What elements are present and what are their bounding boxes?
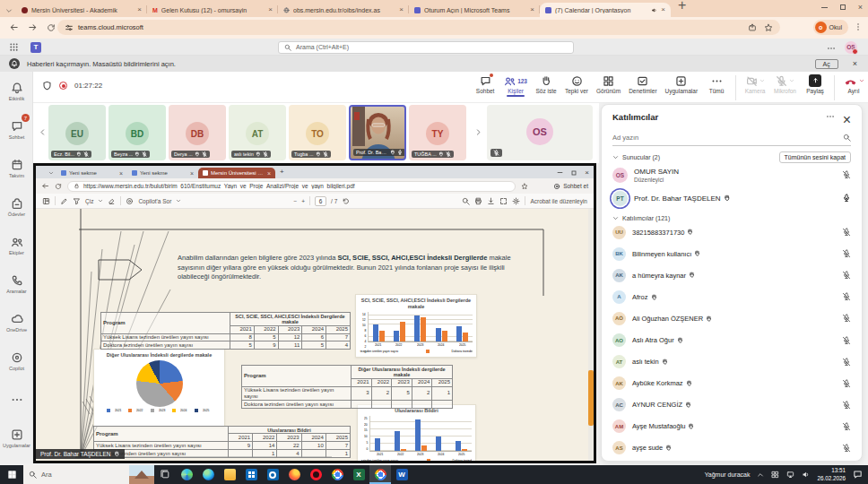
taskbar-clock[interactable]: 13:51 26.02.2026 [817, 467, 846, 481]
draw-funnel-icon[interactable] [73, 197, 81, 205]
taskbar-app-excel[interactable]: X [348, 465, 369, 484]
attendee-row[interactable]: ASayşe sude [602, 437, 862, 459]
pdf-scrollbar[interactable] [588, 209, 594, 461]
mic-off-icon[interactable] [842, 401, 851, 410]
taskbar-search-input[interactable]: Ara [23, 465, 154, 484]
eraser-icon[interactable] [108, 197, 116, 205]
browser-tab[interactable]: MGelen Kutusu (12) - omursayin× [147, 3, 278, 17]
tab-close-icon[interactable]: × [119, 170, 123, 177]
reload-icon[interactable] [55, 183, 62, 190]
sidebar-item-onedrive[interactable]: OneDrive [0, 303, 33, 341]
teams-search-input[interactable]: Arama (Ctrl+Alt+E) [278, 41, 574, 54]
toolbar-sohbet-button[interactable]: Sohbet [474, 74, 496, 94]
chevron-down-icon[interactable] [48, 170, 54, 176]
video-tile[interactable]: ATaslı tekin [229, 105, 286, 160]
draw-label[interactable]: Çiz [85, 198, 93, 204]
panel-more-icon[interactable] [826, 112, 835, 121]
presenter-row[interactable]: OSOMUR SAYINDüzenleyici [602, 163, 862, 186]
chevron-down-icon[interactable] [176, 198, 181, 203]
taskbar-app-firefox[interactable] [283, 465, 305, 484]
download-icon[interactable] [487, 197, 495, 205]
attendee-row[interactable]: BKBilinmeyen kullanıcı [602, 243, 862, 264]
pen-icon[interactable] [60, 197, 68, 205]
teams-more-icon[interactable] [827, 44, 836, 53]
task-view-button[interactable] [154, 465, 176, 484]
tab-search-chevron-icon[interactable] [5, 7, 13, 14]
sidebar-item-copilot[interactable]: Copilot [0, 341, 33, 380]
video-tile[interactable]: EUEcz. Bil... [48, 105, 106, 160]
expand-icon[interactable] [499, 197, 508, 205]
video-tile[interactable]: DBDerya ... [169, 105, 226, 160]
shared-browser-tab[interactable]: Yeni sekme× [127, 168, 198, 178]
rotate-icon[interactable] [342, 197, 350, 205]
mic-off-icon[interactable] [842, 271, 851, 280]
tab-close-icon[interactable]: × [137, 6, 142, 13]
browser-tab[interactable]: Oturum Açın | Microsoft Teams× [409, 3, 540, 17]
taskbar-app-edge[interactable] [197, 465, 219, 484]
sidebar-item-ödevler[interactable]: Ödevler [0, 187, 33, 226]
forward-icon[interactable] [28, 22, 38, 32]
sidebar-item-more[interactable] [0, 380, 33, 419]
mic-button[interactable]: Mikrofon [774, 74, 796, 94]
sidebar-item-etkinlik[interactable]: Etkinlik [0, 72, 33, 110]
reload-icon[interactable] [47, 23, 56, 32]
back-icon[interactable] [41, 182, 49, 190]
zoom-out-icon[interactable]: − [293, 198, 297, 204]
browser-tab[interactable]: Mersin Üniversitesi - Akademik× [16, 3, 147, 17]
mic-off-icon[interactable] [842, 228, 851, 237]
taskbar-app-chrome[interactable] [326, 465, 348, 484]
browser-menu-icon[interactable] [854, 22, 863, 31]
share-button[interactable]: Paylaş [804, 74, 826, 94]
taskbar-app-edge-beta[interactable] [176, 465, 197, 484]
zoom-in-icon[interactable]: + [301, 198, 305, 204]
toolbar-görünüm-button[interactable]: Görünüm [596, 74, 621, 94]
taskbar-app-chrome[interactable] [369, 465, 391, 484]
mic-off-icon[interactable] [842, 249, 851, 258]
video-tile-active-speaker[interactable]: Prof. Dr. Bah... [349, 105, 406, 160]
attendee-row[interactable]: AKAybüke Korkmaz [602, 373, 862, 394]
taskbar-app-file-explorer[interactable] [219, 465, 240, 484]
edit-in-acrobat-button[interactable]: Acrobat ile düzenleyin [530, 198, 587, 204]
notification-center-icon[interactable] [853, 470, 863, 480]
self-video-tile[interactable]: OS [487, 105, 593, 160]
taskbar-app-outlook[interactable] [262, 465, 283, 484]
tray-volume-icon[interactable] [802, 471, 810, 479]
toolbar-kişiler-button[interactable]: 123Kişiler [504, 74, 527, 94]
attendee-row[interactable]: ATaslı tekin [602, 351, 862, 373]
chevron-down-icon[interactable] [98, 198, 103, 203]
back-icon[interactable] [9, 22, 19, 32]
browser-tab[interactable]: (7) Calendar | Oryantasyon× [540, 3, 671, 17]
new-tab-button[interactable]: + [280, 168, 284, 176]
video-tile[interactable]: BDBeyza ... [108, 105, 166, 160]
toolbar-tümü-button[interactable]: Tümü [706, 74, 727, 94]
search-icon[interactable] [462, 197, 470, 205]
sidebar-item-uygulamalar[interactable]: Uygulamalar [0, 419, 33, 457]
scroll-right-icon[interactable] [474, 128, 482, 136]
attendee-row[interactable]: AMAyşe Mustafaoğlu [602, 416, 862, 437]
browser-tab[interactable]: obs.mersin.edu.tr/oibs/index.as× [278, 3, 409, 17]
bookmark-star-icon[interactable] [764, 23, 773, 32]
teams-avatar[interactable]: OS [845, 41, 857, 54]
taskbar-app-word[interactable]: W [391, 465, 412, 484]
ask-copilot-label[interactable]: Copilot'a Sor [138, 198, 171, 204]
mic-icon[interactable] [842, 194, 851, 203]
new-tab-button[interactable]: + [678, 0, 686, 13]
page-number-input[interactable]: 6 [315, 196, 326, 206]
tab-close-icon[interactable]: × [530, 6, 534, 13]
print-icon[interactable] [474, 197, 482, 205]
leave-button[interactable]: Ayrıl [843, 74, 864, 94]
sidebar-item-takvim[interactable]: Takvim [0, 149, 33, 187]
minimize-button[interactable] [821, 7, 828, 8]
chevron-down-icon[interactable] [612, 154, 619, 160]
banner-enable-button[interactable]: Aç [815, 59, 838, 69]
taskbar-app-store[interactable] [240, 465, 262, 484]
browser-profile-button[interactable]: o Okul [813, 20, 848, 35]
share-icon[interactable] [748, 23, 757, 32]
copilot-icon[interactable] [126, 197, 134, 205]
shared-browser-tab[interactable]: Yeni sekme× [56, 168, 127, 178]
start-button[interactable] [0, 465, 23, 484]
tray-network-icon[interactable] [786, 471, 794, 479]
sidebar-item-aramalar[interactable]: Aramalar [0, 264, 33, 303]
shared-url-field[interactable]: https://www.mersin.edu.tr/bulut/birim_61… [67, 181, 516, 192]
tray-window-icon[interactable] [771, 471, 779, 479]
